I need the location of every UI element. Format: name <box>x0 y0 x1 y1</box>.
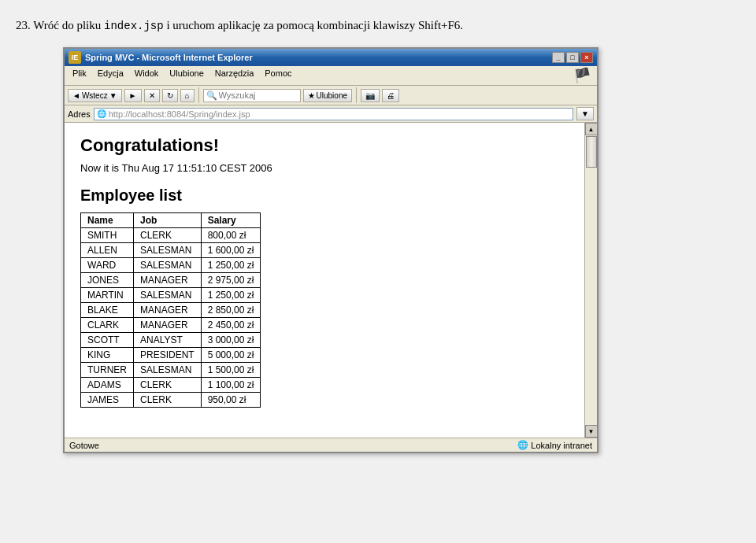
back-button[interactable]: ◄ Wstecz ▼ <box>68 89 122 102</box>
employee-name: JONES <box>81 273 134 288</box>
employee-job: CLERK <box>134 393 202 408</box>
menu-plik[interactable]: Plik <box>68 67 91 84</box>
scrollbar-track[interactable] <box>585 135 597 425</box>
employee-name: ALLEN <box>81 243 134 258</box>
home-button[interactable]: ⌂ <box>180 89 195 102</box>
col-header-name: Name <box>81 213 134 228</box>
table-row: JAMESCLERK950,00 zł <box>81 393 261 408</box>
address-bar[interactable]: 🌐 http://localhost:8084/Spring/index.jsp <box>94 108 573 120</box>
employee-salary: 2 850,00 zł <box>201 303 261 318</box>
browser-toolbar: ◄ Wstecz ▼ ► ✕ ↻ ⌂ 🔍 ★ Ulubione 📷 🖨 <box>65 86 597 105</box>
menu-narzedzia[interactable]: Narzędzia <box>210 67 259 84</box>
toolbar-separator-2 <box>356 87 357 103</box>
browser-scrollbar[interactable]: ▲ ▼ <box>584 123 597 438</box>
table-row: ALLENSALESMAN1 600,00 zł <box>81 243 261 258</box>
close-button[interactable]: × <box>580 52 593 63</box>
table-row: WARDSALESMAN1 250,00 zł <box>81 258 261 273</box>
employee-salary: 2 450,00 zł <box>201 318 261 333</box>
col-header-job: Job <box>134 213 202 228</box>
menu-pomoc[interactable]: Pomoc <box>260 67 296 84</box>
employee-job: SALESMAN <box>134 363 202 378</box>
minimize-button[interactable]: _ <box>552 52 565 63</box>
maximize-button[interactable]: □ <box>566 52 579 63</box>
titlebar-left: IE Spring MVC - Microsoft Internet Explo… <box>69 51 253 64</box>
instruction-paragraph: 23. Wróć do pliku index.jsp i uruchom ap… <box>16 16 740 35</box>
table-header-row: Name Job Salary <box>81 213 261 228</box>
titlebar-buttons: _ □ × <box>552 52 593 63</box>
menu-ulubione[interactable]: Ulubione <box>165 67 208 84</box>
employee-table: Name Job Salary SMITHCLERK800,00 złALLEN… <box>80 212 261 408</box>
employee-job: SALESMAN <box>134 288 202 303</box>
favorites-button[interactable]: ★ Ulubione <box>303 89 352 102</box>
address-url-text: http://localhost:8084/Spring/index.jsp <box>109 109 250 119</box>
col-header-salary: Salary <box>201 213 261 228</box>
employee-name: SMITH <box>81 228 134 243</box>
employee-job: CLERK <box>134 228 202 243</box>
browser-statusbar: Gotowe 🌐 Lokalny intranet <box>65 438 597 452</box>
status-text: Gotowe <box>69 441 99 450</box>
employee-name: SCOTT <box>81 333 134 348</box>
employee-name: BLAKE <box>81 303 134 318</box>
employee-salary: 3 000,00 zł <box>201 333 261 348</box>
star-icon: ★ <box>308 91 315 100</box>
employee-name: CLARK <box>81 318 134 333</box>
go-button[interactable]: ▼ <box>576 107 594 120</box>
address-icon: 🌐 <box>97 109 106 118</box>
instruction-text: Wróć do pliku <box>33 19 101 31</box>
employee-job: MANAGER <box>134 303 202 318</box>
employee-job: CLERK <box>134 378 202 393</box>
intranet-icon: 🌐 <box>517 440 528 450</box>
status-intranet: 🌐 Lokalny intranet <box>517 440 592 450</box>
search-input[interactable] <box>219 90 298 100</box>
datetime-text: Now it is Thu Aug 17 11:51:10 CEST 2006 <box>80 162 569 174</box>
employee-job: PRESIDENT <box>134 348 202 363</box>
employee-name: JAMES <box>81 393 134 408</box>
congratulations-heading: Congratulations! <box>80 135 569 156</box>
employee-job: SALESMAN <box>134 243 202 258</box>
browser-icon: IE <box>69 51 81 64</box>
browser-addressbar: Adres 🌐 http://localhost:8084/Spring/ind… <box>65 105 597 123</box>
employee-job: MANAGER <box>134 318 202 333</box>
browser-content: Congratulations! Now it is Thu Aug 17 11… <box>65 123 584 438</box>
employee-name: ADAMS <box>81 378 134 393</box>
search-icon: 🔍 <box>206 90 217 101</box>
stop-button[interactable]: ✕ <box>144 89 160 102</box>
browser-menubar: Plik Edycja Widok Ulubione Narzędzia Pom… <box>65 66 597 86</box>
table-row: BLAKEMANAGER2 850,00 zł <box>81 303 261 318</box>
table-row: CLARKMANAGER2 450,00 zł <box>81 318 261 333</box>
scrollbar-down-arrow[interactable]: ▼ <box>585 425 598 438</box>
employee-list-title: Employee list <box>80 187 569 205</box>
scrollbar-up-arrow[interactable]: ▲ <box>585 123 598 135</box>
menu-widok[interactable]: Widok <box>130 67 164 84</box>
employee-name: WARD <box>81 258 134 273</box>
employee-job: SALESMAN <box>134 258 202 273</box>
employee-salary: 1 600,00 zł <box>201 243 261 258</box>
table-row: TURNERSALESMAN1 500,00 zł <box>81 363 261 378</box>
print-button[interactable]: 🖨 <box>382 89 399 102</box>
employee-salary: 1 250,00 zł <box>201 288 261 303</box>
table-row: KINGPRESIDENT5 000,00 zł <box>81 348 261 363</box>
employee-salary: 1 100,00 zł <box>201 378 261 393</box>
browser-titlebar: IE Spring MVC - Microsoft Internet Explo… <box>65 49 597 66</box>
employee-salary: 800,00 zł <box>201 228 261 243</box>
search-box[interactable]: 🔍 <box>203 89 301 102</box>
employee-job: ANALYST <box>134 333 202 348</box>
refresh-button[interactable]: ↻ <box>162 89 178 102</box>
employee-salary: 2 975,00 zł <box>201 273 261 288</box>
table-row: ADAMSCLERK1 100,00 zł <box>81 378 261 393</box>
toolbar-separator-1 <box>198 87 199 103</box>
media-button[interactable]: 📷 <box>361 89 380 102</box>
scrollbar-thumb[interactable] <box>586 136 597 168</box>
forward-button[interactable]: ► <box>124 89 142 102</box>
instruction-number: 23. <box>16 19 31 31</box>
employee-salary: 5 000,00 zł <box>201 348 261 363</box>
employee-job: MANAGER <box>134 273 202 288</box>
back-dropdown-icon: ▼ <box>109 91 117 100</box>
browser-content-wrapper: Congratulations! Now it is Thu Aug 17 11… <box>65 123 597 438</box>
back-arrow-icon: ◄ <box>72 91 80 100</box>
browser-title: Spring MVC - Microsoft Internet Explorer <box>85 53 253 62</box>
table-row: MARTINSALESMAN1 250,00 zł <box>81 288 261 303</box>
instruction-rest: i uruchom aplikację za pomocą kombinacji… <box>166 19 463 31</box>
menu-edycja[interactable]: Edycja <box>93 67 128 84</box>
employee-name: KING <box>81 348 134 363</box>
